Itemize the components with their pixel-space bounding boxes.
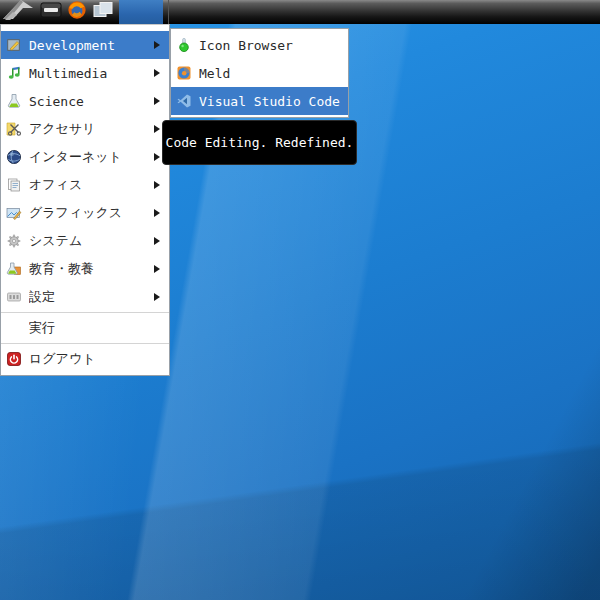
development-submenu: Icon Browser Meld Visual Studio Code	[170, 28, 349, 118]
submenu-item-label: Visual Studio Code	[199, 94, 342, 109]
menu-item-label: Science	[29, 94, 154, 109]
menu-item-internet[interactable]: インターネット	[1, 143, 169, 171]
settings-icon	[6, 289, 22, 305]
top-panel	[0, 0, 600, 24]
file-manager-icon	[40, 1, 62, 23]
internet-icon	[6, 149, 22, 165]
icon-browser-icon	[176, 37, 192, 53]
science-icon	[6, 93, 22, 109]
accessories-icon	[6, 121, 22, 137]
education-icon	[6, 261, 22, 277]
submenu-item-icon-browser[interactable]: Icon Browser	[171, 31, 348, 59]
applications-menu: Development Multimedia	[0, 24, 170, 376]
window-pager-icon	[93, 1, 114, 23]
menu-item-accessories[interactable]: アクセサリ	[1, 115, 169, 143]
desktop-wallpaper: Development Multimedia	[0, 0, 600, 600]
submenu-arrow-icon	[154, 97, 160, 105]
menu-item-label: オフィス	[29, 176, 154, 194]
submenu-arrow-icon	[154, 41, 160, 49]
submenu-arrow-icon	[154, 237, 160, 245]
panel-separator	[168, 0, 169, 24]
multimedia-icon	[6, 65, 22, 81]
menu-item-label: インターネット	[29, 148, 154, 166]
menu-item-label: Development	[29, 38, 154, 53]
menu-item-label: 教育・教養	[29, 260, 154, 278]
menu-item-run[interactable]: 実行	[1, 314, 169, 342]
menu-item-education[interactable]: 教育・教養	[1, 255, 169, 283]
submenu-arrow-icon	[154, 209, 160, 217]
menu-item-label: 実行	[29, 319, 163, 337]
menu-item-settings[interactable]: 設定	[1, 283, 169, 311]
vscode-icon	[176, 93, 192, 109]
vscode-tooltip: Code Editing. Redefined.	[162, 120, 357, 165]
submenu-item-meld[interactable]: Meld	[171, 59, 348, 87]
app-menu-logo-icon	[2, 0, 36, 25]
submenu-arrow-icon	[154, 153, 160, 161]
menu-item-office[interactable]: オフィス	[1, 171, 169, 199]
tooltip-text: Code Editing. Redefined.	[166, 135, 354, 150]
file-manager-launcher[interactable]	[38, 0, 64, 24]
active-task-button[interactable]	[119, 0, 163, 24]
firefox-icon	[67, 0, 87, 24]
menu-item-system[interactable]: システム	[1, 227, 169, 255]
menu-separator	[1, 343, 169, 344]
development-icon	[6, 37, 22, 53]
logout-icon	[6, 351, 22, 367]
graphics-icon	[6, 205, 22, 221]
submenu-arrow-icon	[154, 125, 160, 133]
office-icon	[6, 177, 22, 193]
submenu-arrow-icon	[154, 69, 160, 77]
submenu-item-label: Icon Browser	[199, 38, 342, 53]
meld-icon	[176, 65, 192, 81]
app-menu-button[interactable]	[0, 0, 38, 24]
submenu-item-visual-studio-code[interactable]: Visual Studio Code	[171, 87, 348, 115]
system-icon	[6, 233, 22, 249]
menu-item-science[interactable]: Science	[1, 87, 169, 115]
firefox-launcher[interactable]	[64, 0, 90, 24]
menu-item-label: Multimedia	[29, 66, 154, 81]
menu-item-label: グラフィックス	[29, 204, 154, 222]
menu-item-logout[interactable]: ログアウト	[1, 345, 169, 373]
window-pager[interactable]	[90, 0, 116, 24]
menu-item-label: アクセサリ	[29, 120, 154, 138]
submenu-arrow-icon	[154, 293, 160, 301]
submenu-arrow-icon	[154, 265, 160, 273]
menu-item-label: システム	[29, 232, 154, 250]
submenu-item-label: Meld	[199, 66, 342, 81]
submenu-arrow-icon	[154, 181, 160, 189]
menu-separator	[1, 312, 169, 313]
menu-item-graphics[interactable]: グラフィックス	[1, 199, 169, 227]
menu-item-label: ログアウト	[29, 350, 163, 368]
menu-item-development[interactable]: Development	[1, 31, 169, 59]
menu-item-label: 設定	[29, 288, 154, 306]
empty-icon-placeholder	[6, 320, 22, 336]
menu-item-multimedia[interactable]: Multimedia	[1, 59, 169, 87]
